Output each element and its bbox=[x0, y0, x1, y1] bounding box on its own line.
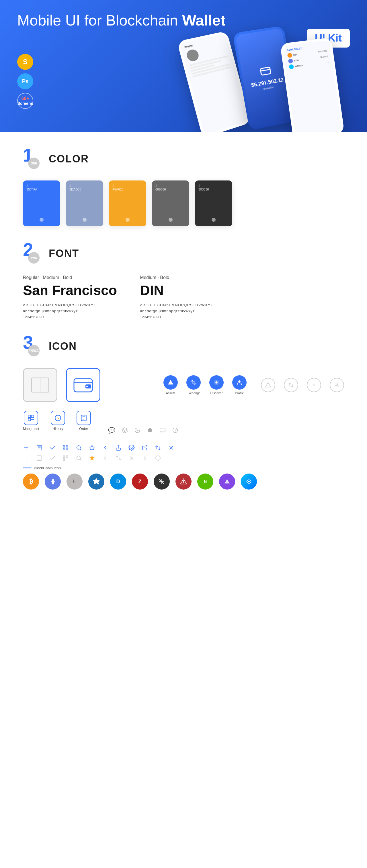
photoshop-icon: Ps bbox=[17, 73, 33, 89]
section-number-1: 1 ONE bbox=[23, 149, 43, 169]
font-section-title: FONT bbox=[49, 248, 79, 259]
svg-rect-63 bbox=[64, 456, 65, 457]
font-columns: Regular · Medium · Bold San Francisco AB… bbox=[23, 275, 344, 319]
management-history-order-row: Mangment History bbox=[23, 411, 91, 431]
svg-marker-48 bbox=[89, 445, 94, 450]
sky-coin bbox=[241, 473, 257, 490]
back-icon-gray bbox=[102, 455, 108, 461]
hero-section: Mobile UI for Blockchain Wallet UI Kit S… bbox=[0, 0, 367, 132]
icon-section-title: ICON bbox=[49, 340, 77, 352]
svg-rect-40 bbox=[64, 446, 65, 447]
profile-icon-outline bbox=[330, 378, 344, 392]
x-icon-gray bbox=[129, 455, 135, 461]
blockchain-line-decoration bbox=[23, 467, 32, 468]
nav-icon-exchange: Exchange bbox=[186, 375, 201, 395]
swap-icon[interactable] bbox=[155, 444, 161, 451]
nav-icon-discover: Discover bbox=[209, 375, 224, 395]
phone-mockups-area: Profile $6,297,502.12 my bbox=[166, 11, 367, 132]
svg-rect-19 bbox=[28, 418, 31, 421]
svg-rect-65 bbox=[64, 459, 65, 460]
misc-icons-row-1: 💬 bbox=[108, 427, 178, 434]
svg-point-77 bbox=[248, 481, 250, 482]
matic-coin bbox=[219, 473, 235, 490]
settings-icon[interactable] bbox=[129, 444, 135, 451]
color-section-title: COLOR bbox=[49, 153, 89, 165]
color-swatch-gray: #666666 bbox=[152, 181, 189, 226]
nav-icon-discover-outline bbox=[307, 378, 321, 392]
share-icon[interactable] bbox=[115, 444, 121, 451]
screens-badge: 60+ Screens bbox=[17, 93, 33, 109]
color-swatch-blue: #3574FA bbox=[23, 181, 60, 226]
swatch-dot-blue bbox=[39, 218, 44, 222]
swatch-dot-orange bbox=[125, 218, 130, 222]
profile-icon-circle bbox=[232, 375, 247, 390]
svg-rect-17 bbox=[28, 415, 31, 418]
order-icon-item: Order bbox=[77, 411, 91, 431]
discover-icon-outline bbox=[307, 378, 321, 392]
mho-and-misc-row: Mangment History bbox=[23, 411, 344, 438]
chat-icon: 💬 bbox=[108, 427, 115, 434]
misc-icons-area: 💬 bbox=[108, 427, 178, 438]
action-icons-blue-row bbox=[23, 444, 344, 451]
action-icons-gray-row bbox=[23, 455, 344, 461]
section-number-2: 2 TWO bbox=[23, 244, 43, 264]
color-section-header: 1 ONE COLOR bbox=[23, 149, 344, 169]
svg-point-73 bbox=[158, 457, 158, 457]
augur-coin bbox=[175, 473, 192, 490]
nav-icon-assets-outline bbox=[261, 378, 275, 392]
external-link-icon[interactable] bbox=[142, 444, 148, 451]
color-swatch-orange: #F5A623 bbox=[109, 181, 146, 226]
history-icon-item: History bbox=[51, 411, 65, 431]
svg-point-16 bbox=[336, 383, 338, 385]
forward-icon-gray bbox=[142, 455, 148, 461]
swatch-dot-gray bbox=[169, 218, 173, 222]
qr-code-icon-gray bbox=[62, 455, 69, 461]
plus-icon bbox=[23, 444, 29, 451]
svg-point-15 bbox=[313, 384, 315, 386]
speech-bubble-icon bbox=[160, 427, 166, 433]
star-icon[interactable] bbox=[89, 444, 95, 451]
font-san-francisco: Regular · Medium · Bold San Francisco AB… bbox=[23, 275, 117, 319]
svg-rect-2 bbox=[32, 378, 40, 385]
color-swatches-group: #3574FA #8DA0C8 #F5A623 #666666 #303030 bbox=[23, 181, 344, 226]
nav-icons-outline bbox=[261, 378, 344, 392]
edit-list-icon bbox=[36, 444, 43, 451]
nav-icon-exchange-outline bbox=[284, 378, 298, 392]
back-icon[interactable] bbox=[102, 444, 108, 451]
litecoin-coin: Ł bbox=[66, 473, 83, 490]
edit-list-icon-gray bbox=[36, 455, 43, 461]
wallet-icon-outline bbox=[23, 368, 57, 402]
svg-marker-10 bbox=[168, 380, 173, 385]
search-icon[interactable] bbox=[76, 444, 82, 451]
discover-icon-circle bbox=[209, 375, 224, 390]
check-icon-gray bbox=[49, 455, 56, 461]
svg-rect-18 bbox=[31, 415, 34, 418]
color-swatch-grayblue: #8DA0C8 bbox=[66, 181, 103, 226]
nav-icon-assets: Assets bbox=[163, 375, 178, 395]
neo-coin: N bbox=[197, 473, 213, 490]
iota-coin bbox=[154, 473, 170, 490]
font-display-area: Regular · Medium · Bold San Francisco AB… bbox=[23, 275, 344, 319]
svg-rect-27 bbox=[160, 428, 165, 432]
qr-code-icon bbox=[62, 444, 69, 451]
exchange-icon-outline bbox=[284, 378, 298, 392]
svg-rect-41 bbox=[67, 446, 68, 447]
crypto-coins-row: ₿ ⧫ Ł D Z N bbox=[23, 473, 344, 490]
assets-icon-outline bbox=[261, 378, 275, 392]
layers-icon bbox=[121, 427, 128, 433]
management-icon bbox=[24, 411, 38, 425]
svg-rect-3 bbox=[32, 385, 40, 392]
info-icon bbox=[172, 427, 178, 433]
svg-point-12 bbox=[215, 381, 217, 383]
svg-rect-64 bbox=[67, 456, 68, 457]
ethereum-coin: ⧫ bbox=[45, 473, 61, 490]
swatch-dot-grayblue bbox=[83, 218, 87, 222]
close-icon[interactable] bbox=[168, 444, 174, 451]
exchange-icon-circle bbox=[186, 375, 201, 390]
svg-marker-68 bbox=[89, 456, 94, 460]
moon-icon bbox=[134, 427, 140, 433]
svg-point-13 bbox=[238, 380, 240, 382]
swatch-dot-dark bbox=[211, 218, 216, 222]
check-icon bbox=[49, 444, 56, 451]
svg-rect-42 bbox=[64, 449, 65, 450]
